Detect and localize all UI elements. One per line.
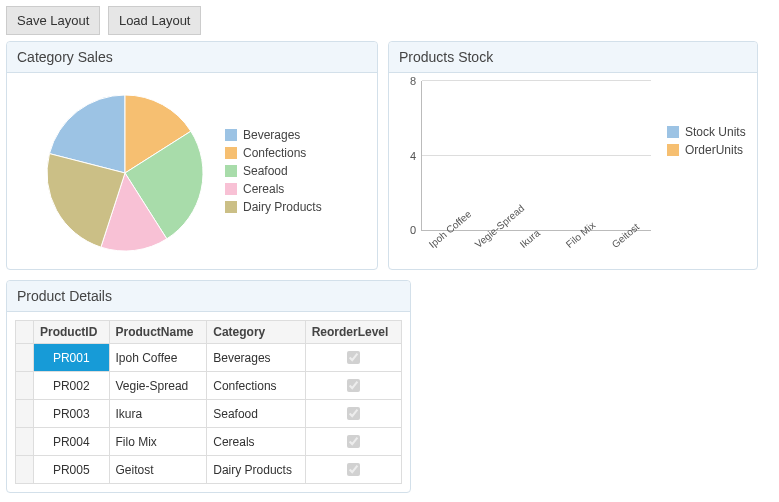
load-layout-button[interactable]: Load Layout	[108, 6, 202, 35]
reorder-checkbox[interactable]	[347, 435, 360, 448]
col-header-reorderlevel[interactable]: ReorderLevel	[305, 321, 401, 344]
panel-title-products-stock: Products Stock	[389, 42, 757, 73]
panel-product-details: Product Details ProductID ProductName Ca…	[6, 280, 411, 493]
product-details-table: ProductID ProductName Category ReorderLe…	[15, 320, 402, 484]
row-selector-cell[interactable]	[16, 400, 34, 428]
legend-item-order: OrderUnits	[667, 143, 746, 157]
swatch-icon	[225, 129, 237, 141]
col-header-category[interactable]: Category	[207, 321, 305, 344]
panel-title-product-details: Product Details	[7, 281, 410, 312]
y-tick: 0	[410, 224, 416, 236]
col-header-productid[interactable]: ProductID	[34, 321, 110, 344]
swatch-icon	[225, 183, 237, 195]
legend-item-dairy: Dairy Products	[225, 200, 322, 214]
cell-category[interactable]: Confections	[207, 372, 305, 400]
panel-products-stock: Products Stock 0 4 8 Ipoh Coffee Vegie-S…	[388, 41, 758, 270]
cell-productname[interactable]: Ikura	[109, 400, 207, 428]
cell-productname[interactable]: Filo Mix	[109, 428, 207, 456]
swatch-icon	[225, 201, 237, 213]
reorder-checkbox[interactable]	[347, 407, 360, 420]
cell-category[interactable]: Beverages	[207, 344, 305, 372]
swatch-icon	[667, 126, 679, 138]
bar-legend: Stock Units OrderUnits	[667, 81, 746, 231]
legend-item-seafood: Seafood	[225, 164, 322, 178]
cell-reorderlevel[interactable]	[305, 344, 401, 372]
cell-reorderlevel[interactable]	[305, 400, 401, 428]
swatch-icon	[225, 165, 237, 177]
legend-item-cereals: Cereals	[225, 182, 322, 196]
y-tick: 8	[410, 75, 416, 87]
panel-title-category-sales: Category Sales	[7, 42, 377, 73]
y-tick: 4	[410, 150, 416, 162]
row-selector-cell[interactable]	[16, 344, 34, 372]
row-selector-cell[interactable]	[16, 428, 34, 456]
cell-reorderlevel[interactable]	[305, 456, 401, 484]
cell-category[interactable]: Seafood	[207, 400, 305, 428]
panel-category-sales: Category Sales Beverages Confections Sea…	[6, 41, 378, 270]
cell-productid[interactable]: PR005	[34, 456, 110, 484]
col-header-productname[interactable]: ProductName	[109, 321, 207, 344]
save-layout-button[interactable]: Save Layout	[6, 6, 100, 35]
bar-chart: 0 4 8 Ipoh Coffee Vegie-Spread Ikura Fil…	[421, 81, 651, 231]
cell-productname[interactable]: Ipoh Coffee	[109, 344, 207, 372]
legend-item-beverages: Beverages	[225, 128, 322, 142]
table-row[interactable]: PR004Filo MixCereals	[16, 428, 402, 456]
cell-productname[interactable]: Vegie-Spread	[109, 372, 207, 400]
reorder-checkbox[interactable]	[347, 351, 360, 364]
reorder-checkbox[interactable]	[347, 463, 360, 476]
cell-category[interactable]: Dairy Products	[207, 456, 305, 484]
row-selector-header	[16, 321, 34, 344]
legend-item-stock: Stock Units	[667, 125, 746, 139]
swatch-icon	[225, 147, 237, 159]
legend-item-confections: Confections	[225, 146, 322, 160]
cell-productname[interactable]: Geitost	[109, 456, 207, 484]
cell-reorderlevel[interactable]	[305, 372, 401, 400]
cell-productid[interactable]: PR002	[34, 372, 110, 400]
row-selector-cell[interactable]	[16, 456, 34, 484]
toolbar: Save Layout Load Layout	[6, 6, 773, 35]
pie-chart	[15, 81, 225, 261]
table-row[interactable]: PR003IkuraSeafood	[16, 400, 402, 428]
row-selector-cell[interactable]	[16, 372, 34, 400]
pie-legend: Beverages Confections Seafood Cereals Da…	[225, 124, 322, 218]
cell-productid[interactable]: PR003	[34, 400, 110, 428]
table-row[interactable]: PR005GeitostDairy Products	[16, 456, 402, 484]
cell-productid[interactable]: PR004	[34, 428, 110, 456]
reorder-checkbox[interactable]	[347, 379, 360, 392]
table-row[interactable]: PR002Vegie-SpreadConfections	[16, 372, 402, 400]
cell-productid[interactable]: PR001	[34, 344, 110, 372]
swatch-icon	[667, 144, 679, 156]
cell-category[interactable]: Cereals	[207, 428, 305, 456]
cell-reorderlevel[interactable]	[305, 428, 401, 456]
table-row[interactable]: PR001Ipoh CoffeeBeverages	[16, 344, 402, 372]
